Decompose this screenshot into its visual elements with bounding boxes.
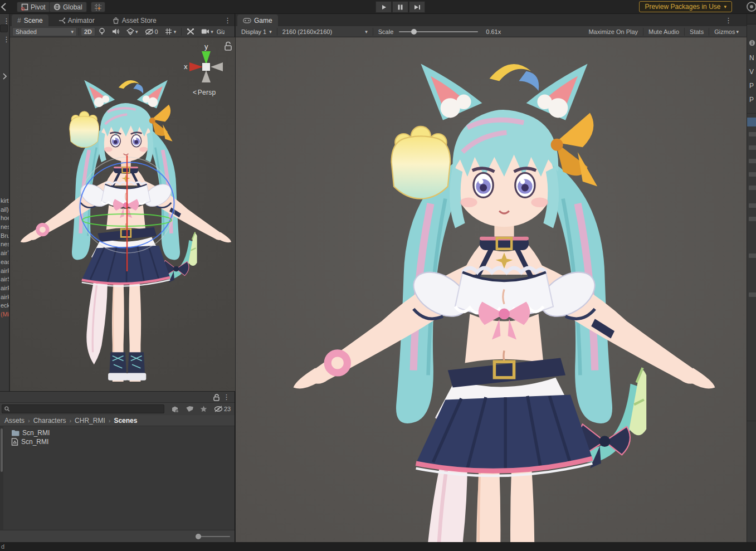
- persp-arrow-icon: <: [193, 89, 198, 96]
- axis-x-cone: [189, 62, 203, 71]
- hierarchy-item[interactable]: eck: [1, 301, 9, 310]
- globe-icon: [53, 3, 61, 11]
- play-button[interactable]: [375, 1, 392, 13]
- 2d-toggle-button[interactable]: 2D: [81, 27, 95, 36]
- gizmos-dropdown[interactable]: Gizmos ▾: [711, 27, 742, 37]
- hierarchy-collapsed-strip[interactable]: ⋮ ⋮ kirt) ail) hoe nes Brus nes airT ead…: [0, 14, 9, 391]
- preview-packages-label: Preview Packages in Use: [645, 3, 720, 11]
- lock-open-icon[interactable]: [213, 394, 220, 401]
- game-panel-menu-icon[interactable]: ⋮: [725, 17, 732, 24]
- search-input[interactable]: [12, 406, 162, 412]
- move-tool-icon[interactable]: [0, 2, 7, 12]
- main-toolbar: Pivot Global: [0, 0, 756, 14]
- unity-editor-window: Pivot Global: [0, 0, 756, 551]
- project-search-row: 23: [0, 403, 235, 415]
- hierarchy-item[interactable]: hoe: [1, 214, 9, 223]
- list-item-scene[interactable]: Scn_RMI: [11, 437, 48, 446]
- chevron-down-icon: ▾: [211, 29, 213, 35]
- divider: [747, 113, 756, 114]
- preview-packages-dropdown[interactable]: Preview Packages in Use ▾: [639, 1, 732, 12]
- hierarchy-item-missing[interactable]: (Mi: [1, 310, 9, 319]
- search-field[interactable]: [2, 404, 164, 413]
- maximize-on-play-button[interactable]: Maximize On Play: [585, 27, 641, 37]
- chevron-down-icon: ▾: [71, 29, 74, 35]
- scene-grid-dropdown[interactable]: ▾: [162, 27, 180, 36]
- 2d-label: 2D: [84, 28, 92, 35]
- search-by-type-button[interactable]: [168, 404, 182, 414]
- project-panel-menu-icon[interactable]: ⋮: [223, 393, 230, 401]
- persp-label: Persp: [198, 89, 216, 96]
- vertical-scrollbar[interactable]: [1, 428, 3, 472]
- scale-slider-knob[interactable]: [411, 29, 417, 35]
- hierarchy-item[interactable]: airS: [1, 275, 9, 284]
- scene-lighting-button[interactable]: [95, 27, 109, 36]
- game-viewport[interactable]: [236, 37, 747, 542]
- tag-icon: [186, 406, 193, 412]
- scene-visibility-button[interactable]: 0: [142, 27, 162, 36]
- play-icon: [381, 4, 387, 10]
- scene-tab-icon: #: [17, 17, 21, 25]
- hierarchy-item[interactable]: nes: [1, 240, 9, 249]
- list-item-folder[interactable]: Scn_RMI: [11, 428, 50, 437]
- tab-asset-store[interactable]: Asset Store: [107, 14, 162, 26]
- hidden-items-button[interactable]: 23: [211, 404, 234, 414]
- scene-tools-button[interactable]: [183, 27, 198, 36]
- expander-chevron-icon[interactable]: [2, 73, 7, 80]
- scene-panel: # Scene Animator Asset Store ⋮: [10, 14, 235, 391]
- scene-effects-dropdown[interactable]: ▾: [123, 27, 142, 36]
- hierarchy-item[interactable]: ead: [1, 258, 9, 267]
- lock-open-icon[interactable]: [225, 42, 231, 51]
- breadcrumb-item[interactable]: CHR_RMI: [75, 417, 105, 425]
- global-toggle-button[interactable]: Global: [49, 2, 87, 12]
- eye-slash-icon: [214, 406, 223, 412]
- breadcrumb-item-current[interactable]: Scenes: [114, 417, 137, 425]
- resolution-dropdown[interactable]: 2160 (2160x2160) ▾: [279, 27, 371, 36]
- stats-button[interactable]: Stats: [686, 27, 707, 37]
- tab-game[interactable]: Game: [237, 14, 278, 26]
- hierarchy-item[interactable]: airH: [1, 293, 9, 302]
- perspective-toggle[interactable]: < Persp: [193, 89, 216, 96]
- shading-mode-dropdown[interactable]: Shaded ▾: [12, 27, 77, 36]
- step-button[interactable]: [409, 1, 425, 13]
- breadcrumb-item[interactable]: Assets: [4, 417, 25, 425]
- inspector-collapsed-strip[interactable]: N V P P: [747, 14, 756, 551]
- hierarchy-item[interactable]: nes: [1, 223, 9, 232]
- hierarchy-item[interactable]: ail): [1, 206, 9, 214]
- scale-slider[interactable]: [399, 31, 478, 32]
- clipped-control: [0, 25, 8, 32]
- breadcrumb-separator-icon: ›: [28, 417, 30, 424]
- more-menu-icon[interactable]: ⋮: [3, 36, 9, 43]
- mute-audio-button[interactable]: Mute Audio: [645, 27, 682, 37]
- account-icon[interactable]: [745, 1, 756, 13]
- scene-audio-button[interactable]: [109, 27, 123, 36]
- hierarchy-item[interactable]: kirt): [1, 197, 9, 206]
- scene-camera-dropdown[interactable]: ▾: [198, 27, 217, 36]
- project-hidden-count: 23: [224, 406, 231, 412]
- unity-scene-icon: [11, 438, 18, 446]
- thumbnail-size-slider-knob[interactable]: [196, 534, 201, 539]
- display-dropdown[interactable]: Display 1 ▾: [238, 27, 275, 36]
- grid-snap-button[interactable]: [91, 2, 105, 12]
- divider: [747, 421, 756, 421]
- tab-scene[interactable]: # Scene: [12, 14, 48, 26]
- tab-animator[interactable]: Animator: [53, 14, 100, 26]
- game-tab-label: Game: [254, 17, 272, 25]
- scene-viewport[interactable]: y x < Persp: [10, 37, 235, 391]
- scene-gizmos-dropdown-clipped[interactable]: Gizmos: [217, 28, 225, 35]
- breadcrumb-item[interactable]: Characters: [33, 417, 66, 425]
- hierarchy-item[interactable]: Brus: [1, 232, 9, 241]
- search-by-label-button[interactable]: [182, 404, 197, 414]
- pivot-icon: [21, 3, 28, 11]
- pivot-toggle-button[interactable]: Pivot: [17, 2, 50, 12]
- hierarchy-item[interactable]: airF: [1, 267, 9, 276]
- scene-panel-menu-icon[interactable]: ⋮: [224, 17, 231, 24]
- truncated-inspector-text: N: [749, 54, 754, 62]
- hierarchy-item[interactable]: airR: [1, 284, 9, 293]
- thumbnail-size-slider[interactable]: [196, 536, 230, 537]
- more-menu-icon[interactable]: ⋮: [3, 17, 9, 25]
- hierarchy-item[interactable]: airT: [1, 249, 9, 258]
- pause-button[interactable]: [392, 1, 408, 13]
- favorites-button[interactable]: [197, 404, 211, 414]
- scene-character-model[interactable]: [16, 75, 235, 382]
- scene-orientation-gizmo[interactable]: y x: [183, 40, 234, 87]
